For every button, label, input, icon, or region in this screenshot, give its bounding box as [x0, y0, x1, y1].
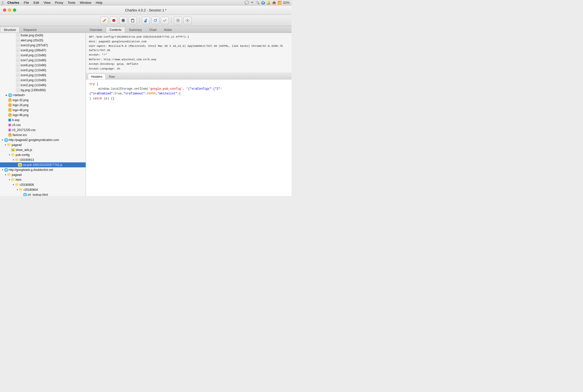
list-item[interactable]: ▪ icon5.png (110x80): [0, 68, 86, 73]
folder-icon: 📁: [7, 143, 11, 147]
menubar-proxy[interactable]: Proxy: [53, 0, 65, 5]
list-item[interactable]: ● c5_20171220.css: [0, 128, 86, 132]
menubar:  Charles File Edit View Proxy Tools Win…: [0, 0, 291, 6]
image-icon: ▪: [16, 78, 20, 82]
preferences-button[interactable]: [183, 17, 191, 24]
list-item[interactable]: 🌐 zrt_lookup.html: [0, 192, 86, 196]
list-item[interactable]: ? logo-96.png: [0, 112, 86, 118]
tab-sequence[interactable]: Sequence: [20, 27, 40, 33]
css-icon: ●: [8, 123, 11, 127]
list-item[interactable]: ▪ icon9.png (289x87): [0, 48, 86, 53]
list-item[interactable]: ▪ bg.png (1300x900): [0, 88, 86, 93]
list-item[interactable]: ▪ icon7.png (110x80): [0, 58, 86, 63]
main-content: ▪ footer.png (0x00) ▪ alert.png (20x20) …: [0, 33, 291, 196]
content-panel: GET /pub-config/r20160913/ca-pub-3381531…: [86, 33, 291, 196]
maximize-button[interactable]: [13, 8, 16, 12]
menubar-help[interactable]: Help: [94, 0, 104, 5]
list-item[interactable]: ▼ 📁 pub-config: [0, 152, 86, 158]
broom-button[interactable]: [142, 17, 150, 24]
list-item-selected[interactable]: JS ca-pub-3381531532877742.js: [0, 162, 86, 167]
list-item[interactable]: ▪ icon2.png (110x80): [0, 83, 86, 88]
tab-overview[interactable]: Overview: [86, 27, 106, 33]
code-line-3: } catch (e) {}: [89, 96, 288, 101]
svg-point-0: [112, 19, 115, 22]
list-item[interactable]: ? logo-48.png: [0, 108, 86, 112]
settings-button[interactable]: [174, 17, 182, 24]
list-item[interactable]: ▼ 🌐 http://pagead2.googlesyndication.com: [0, 138, 86, 142]
list-item[interactable]: ▼ 📁 r20160913: [0, 158, 86, 162]
folder-icon: 📁: [15, 158, 19, 162]
list-item[interactable]: ▼ 📁 pagead: [0, 172, 86, 177]
toolbar-sep-1: [139, 18, 139, 24]
record-button[interactable]: [110, 17, 118, 24]
accept-header: Accept: */*: [89, 53, 289, 57]
main-tabbar: Structure Sequence Overview Contents Sum…: [0, 26, 291, 33]
list-item[interactable]: ● b.asp: [0, 118, 86, 122]
list-item[interactable]: ? favicon.ico: [0, 132, 86, 138]
traffic-lights: [3, 8, 16, 12]
code-colon2: :: [220, 87, 222, 91]
code-colon1: :: [211, 87, 213, 91]
accept-language-header: Accept-Language: zh: [89, 67, 289, 71]
keyword-try: try: [89, 82, 95, 86]
request-headers: GET /pub-config/r20160913/ca-pub-3381531…: [86, 33, 291, 73]
tab-contents[interactable]: Contents: [106, 27, 125, 33]
code-display: try { window.localStorage.setItem('googl…: [86, 80, 291, 196]
clear-button[interactable]: [129, 17, 137, 24]
close-button[interactable]: [3, 8, 6, 12]
list-item[interactable]: ▪ icon6.png (110x80): [0, 63, 86, 68]
tab-notes[interactable]: Notes: [160, 27, 175, 33]
minimize-button[interactable]: [8, 8, 11, 12]
folder-icon: 📁: [15, 183, 19, 187]
code-line-2: window.localStorage.setItem('google_pub_…: [89, 87, 288, 96]
sub-tab-headers[interactable]: Headers: [88, 74, 105, 79]
list-item[interactable]: ▪ icon8.png (110x80): [0, 53, 86, 58]
list-item[interactable]: ▼ 📁 r20180604: [0, 187, 86, 192]
refresh-button[interactable]: [151, 17, 159, 24]
tab-summary[interactable]: Summary: [125, 27, 145, 33]
toolbar-sep-2: [171, 18, 171, 24]
list-item[interactable]: ▪ alert.png (20x20): [0, 38, 86, 43]
check-button[interactable]: [161, 17, 169, 24]
folder-icon: 📁: [19, 188, 23, 192]
menubar-view[interactable]: View: [41, 0, 52, 5]
list-item[interactable]: ▪ icon10.png (297x87): [0, 43, 86, 48]
stop-button[interactable]: [119, 17, 127, 24]
code-str1: 'google_pub_config': [149, 87, 183, 91]
search-icon: 🔍: [256, 1, 260, 4]
menubar-charles[interactable]: Charles: [5, 0, 21, 5]
tab-chart[interactable]: Chart: [145, 27, 160, 33]
image-icon: ▪: [16, 88, 20, 92]
list-item[interactable]: ? logo-16.png: [0, 102, 86, 108]
bell-icon: 🔔: [267, 1, 271, 4]
pen-tool-button[interactable]: [100, 17, 108, 24]
list-item[interactable]: ▼ 🌐 http://googleads.g.doubleclick.net: [0, 167, 86, 172]
globe-icon: 🌍: [261, 1, 265, 4]
code-indent: [89, 87, 97, 91]
list-item[interactable]: ▼ 📁 pagead: [0, 142, 86, 148]
list-item[interactable]: ▼ 📁 r20180606: [0, 182, 86, 187]
code-fn: window.localStorage.setItem(: [98, 87, 149, 91]
svg-point-2: [122, 20, 124, 21]
code-comma3: ,: [156, 92, 157, 96]
user-agent-header: User-Agent: Mozilla/5.0 (Macintosh; Inte…: [89, 44, 289, 52]
menubar-edit[interactable]: Edit: [32, 0, 41, 5]
accept-encoding-header: Accept-Encoding: gzip, deflate: [89, 62, 289, 66]
menubar-file[interactable]: File: [22, 0, 31, 5]
list-item[interactable]: ▼ 📁 html: [0, 177, 86, 182]
menubar-tools[interactable]: Tools: [66, 0, 77, 5]
battery-label: 32%: [283, 1, 290, 4]
list-item[interactable]: ▪ footer.png (0x00): [0, 33, 86, 38]
list-item[interactable]: ▪ icon3.png (110x80): [0, 78, 86, 83]
code-comma: , ': [182, 87, 188, 91]
menubar-window[interactable]: Window: [78, 0, 93, 5]
list-item[interactable]: ● c5.css: [0, 122, 86, 128]
expand-arrow: ▼: [1, 139, 4, 141]
image-icon: ▪: [16, 83, 20, 87]
sub-tab-raw[interactable]: Raw: [105, 74, 118, 79]
list-item[interactable]: ▪ icon4.png (110x80): [0, 73, 86, 78]
list-item[interactable]: JS show_ads.js: [0, 148, 86, 152]
tab-structure[interactable]: Structure: [0, 27, 20, 33]
list-item[interactable]: ▶ 🌐 <default>: [0, 93, 86, 98]
list-item[interactable]: ? logo-32.png: [0, 98, 86, 102]
